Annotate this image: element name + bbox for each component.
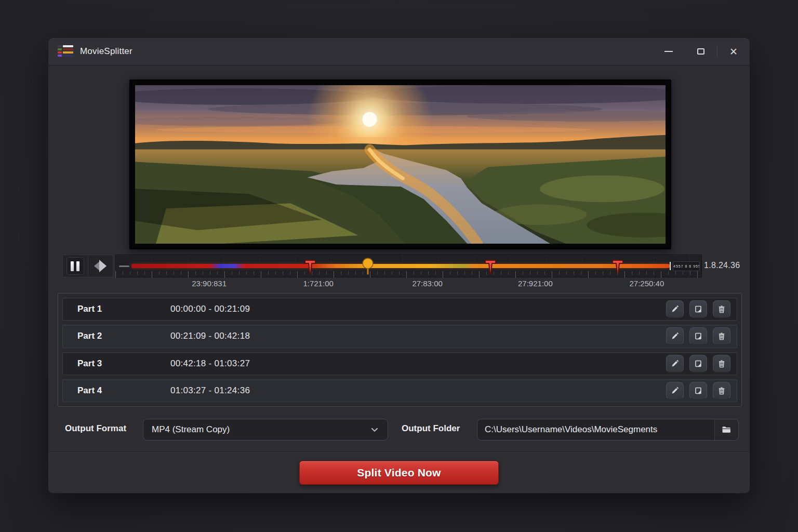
output-options: Output Format MP4 (Stream Copy) Output F… bbox=[48, 419, 751, 441]
part-row-2: Part 2 00:21:09 - 00:42:18 bbox=[62, 325, 737, 348]
video-preview[interactable] bbox=[135, 85, 666, 244]
output-folder-input[interactable] bbox=[477, 419, 714, 440]
copy-icon bbox=[694, 360, 702, 368]
output-format-label: Output Format bbox=[65, 423, 126, 434]
speaker-button[interactable] bbox=[88, 255, 113, 277]
timeline-ruler bbox=[115, 271, 702, 278]
output-folder-label: Output Folder bbox=[402, 423, 460, 434]
pencil-icon bbox=[671, 360, 679, 368]
trash-icon bbox=[717, 387, 726, 395]
delete-part-button[interactable] bbox=[713, 300, 730, 318]
timeline-end-tick bbox=[670, 262, 671, 270]
pause-button[interactable] bbox=[63, 255, 88, 277]
part-row-1: Part 1 00:00:00 - 00:21:09 bbox=[62, 298, 737, 321]
trash-icon bbox=[717, 305, 726, 313]
copy-icon bbox=[694, 387, 702, 395]
title-bar: MovieSplitter ✕ bbox=[48, 38, 750, 65]
part-actions bbox=[666, 327, 737, 345]
footer-bar: Split Video Now bbox=[48, 451, 750, 493]
part-name: Part 1 bbox=[63, 304, 170, 314]
app-title: MovieSplitter bbox=[80, 46, 132, 57]
copy-icon bbox=[694, 332, 702, 340]
time-display: 1.8.24.36 bbox=[704, 261, 740, 270]
maximize-icon bbox=[697, 48, 704, 55]
minimize-icon bbox=[664, 51, 673, 52]
browse-folder-button[interactable] bbox=[714, 419, 738, 440]
part-time-range: 01:03:27 - 01:24:36 bbox=[170, 385, 250, 396]
pencil-icon bbox=[671, 332, 679, 340]
part-time-range: 00:42:18 - 01:03:27 bbox=[170, 358, 250, 369]
timeline-counter-pill: 4557 8 8 9550 bbox=[673, 261, 700, 271]
output-format-value: MP4 (Stream Copy) bbox=[152, 424, 230, 435]
parts-list: Part 1 00:00:00 - 00:21:09 Part 2 00:21:… bbox=[58, 293, 742, 407]
delete-part-button[interactable] bbox=[713, 355, 730, 373]
timeline-start-handle[interactable] bbox=[119, 265, 129, 267]
timeline-tick-labels: 23:90:831 1:721:00 27:83:00 27:921:00 27… bbox=[115, 279, 702, 290]
video-preview-frame bbox=[129, 79, 671, 249]
part-actions bbox=[666, 382, 737, 400]
tick-label: 1:721:00 bbox=[303, 279, 333, 288]
folder-icon bbox=[722, 425, 732, 434]
trash-icon bbox=[717, 332, 726, 340]
pencil-icon bbox=[671, 387, 679, 395]
speaker-icon bbox=[94, 260, 107, 272]
tick-label: 27:921:00 bbox=[518, 279, 553, 288]
edit-part-button[interactable] bbox=[666, 382, 684, 400]
chevron-down-icon bbox=[370, 425, 379, 434]
copy-part-button[interactable] bbox=[689, 382, 707, 400]
tick-label: 23:90:831 bbox=[192, 279, 227, 288]
copy-icon bbox=[694, 305, 702, 313]
part-name: Part 4 bbox=[63, 385, 170, 396]
close-button[interactable]: ✕ bbox=[717, 38, 750, 65]
app-window: MovieSplitter ✕ bbox=[48, 37, 750, 494]
delete-part-button[interactable] bbox=[713, 327, 730, 345]
delete-part-button[interactable] bbox=[713, 382, 730, 400]
pause-icon bbox=[66, 257, 84, 275]
edit-part-button[interactable] bbox=[666, 327, 684, 345]
maximize-button[interactable] bbox=[685, 38, 717, 65]
output-folder-field bbox=[477, 419, 739, 441]
output-format-select[interactable]: MP4 (Stream Copy) bbox=[143, 419, 388, 441]
edit-part-button[interactable] bbox=[666, 300, 684, 318]
close-icon: ✕ bbox=[729, 47, 738, 57]
tick-label: 27:83:00 bbox=[412, 279, 442, 288]
trash-icon bbox=[717, 360, 726, 368]
copy-part-button[interactable] bbox=[689, 355, 707, 373]
part-name: Part 3 bbox=[63, 358, 170, 369]
minimize-button[interactable] bbox=[653, 38, 685, 65]
split-video-button[interactable]: Split Video Now bbox=[299, 461, 499, 485]
part-row-3: Part 3 00:42:18 - 01:03:27 bbox=[62, 352, 737, 375]
part-row-4: Part 4 01:03:27 - 01:24:36 bbox=[62, 379, 737, 402]
part-time-range: 00:00:00 - 00:21:09 bbox=[170, 304, 250, 314]
copy-part-button[interactable] bbox=[689, 327, 707, 345]
playback-controls bbox=[62, 255, 113, 277]
tick-label: 27:250:40 bbox=[629, 279, 664, 288]
part-time-range: 00:21:09 - 00:42:18 bbox=[170, 331, 250, 341]
copy-part-button[interactable] bbox=[689, 300, 707, 318]
app-logo-icon bbox=[58, 45, 73, 58]
part-actions bbox=[666, 355, 737, 373]
part-actions bbox=[666, 300, 737, 318]
pencil-icon bbox=[671, 305, 679, 313]
sunset-landscape-image bbox=[135, 85, 666, 244]
part-name: Part 2 bbox=[63, 331, 170, 341]
window-controls: ✕ bbox=[653, 38, 750, 65]
timeline-track[interactable] bbox=[131, 264, 670, 268]
edit-part-button[interactable] bbox=[666, 355, 684, 373]
